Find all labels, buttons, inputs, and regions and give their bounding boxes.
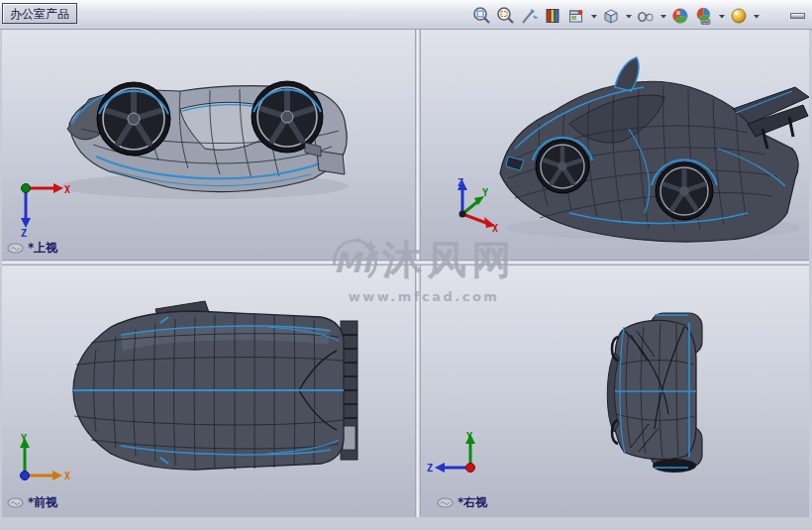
rear-wheel: [252, 81, 323, 153]
standard-views-cube-icon[interactable]: [600, 5, 622, 27]
display-style-dropdown-icon[interactable]: [659, 5, 667, 27]
view-link-icon: [7, 243, 24, 254]
axis-triad-top-view: X Z: [10, 176, 73, 238]
zoom-to-area-icon[interactable]: [494, 5, 516, 27]
view-label-text: *前视: [28, 494, 57, 511]
view-label-text: *上视: [28, 240, 57, 257]
viewport-right-view[interactable]: Y Z *右视: [421, 265, 809, 517]
view-orientation-dropdown-icon[interactable]: [589, 5, 598, 27]
axis-y-label: Y: [466, 431, 472, 442]
standard-views-dropdown-icon[interactable]: [624, 5, 633, 27]
viewport-workspace: X Z *上视: [2, 30, 809, 517]
view-link-icon: [437, 497, 454, 508]
zoom-to-fit-icon[interactable]: [470, 5, 492, 27]
apply-scene-icon[interactable]: [693, 5, 715, 27]
axis-triad-front-view: Y X: [9, 430, 74, 489]
apply-scene-dropdown-icon[interactable]: [717, 5, 726, 27]
view-label-front: *前视: [7, 494, 57, 511]
view-label-right: *右视: [437, 494, 487, 511]
axis-triad-trimetric-view: Z Y X: [445, 174, 502, 232]
view-settings-dropdown-icon[interactable]: [752, 5, 761, 27]
view-label-text: *右视: [457, 494, 487, 511]
axis-x-label: X: [64, 184, 70, 195]
view-link-icon: [7, 497, 24, 508]
view-settings-icon[interactable]: [728, 5, 750, 27]
axis-y-label: Y: [482, 187, 488, 198]
axis-x-label: X: [64, 471, 70, 481]
view-orientation-icon[interactable]: [565, 5, 587, 27]
vertical-splitter[interactable]: [415, 30, 421, 517]
horizontal-splitter[interactable]: [2, 260, 809, 265]
front-wheel: [97, 82, 170, 156]
section-view-icon[interactable]: [542, 5, 563, 27]
axis-z-label: Z: [21, 228, 27, 238]
display-style-icon[interactable]: [635, 5, 657, 27]
zoom-to-selection-icon[interactable]: [518, 5, 540, 27]
top-toolbar-strip: 办公室产品: [0, 0, 812, 30]
view-toolbar: [470, 4, 761, 28]
viewport-trimetric-view[interactable]: Z Y X: [421, 30, 809, 260]
solidworks-window: 办公室产品: [0, 0, 812, 530]
axis-y-label: Y: [21, 433, 27, 444]
axis-z-label: Z: [457, 177, 463, 188]
viewport-top-view[interactable]: X Z *上视: [2, 30, 415, 260]
axis-z-label: Z: [427, 463, 433, 474]
view-label-top: *上视: [7, 240, 57, 257]
axis-triad-right-view: Y Z: [427, 428, 486, 483]
axis-x-label: X: [492, 223, 498, 232]
document-tab-label: 办公室产品: [10, 7, 69, 21]
edit-appearance-icon[interactable]: [669, 5, 691, 27]
viewport-front-view[interactable]: Y X *前视: [2, 265, 415, 517]
minimize-icon[interactable]: [790, 13, 805, 19]
document-tab[interactable]: 办公室产品: [2, 3, 77, 24]
